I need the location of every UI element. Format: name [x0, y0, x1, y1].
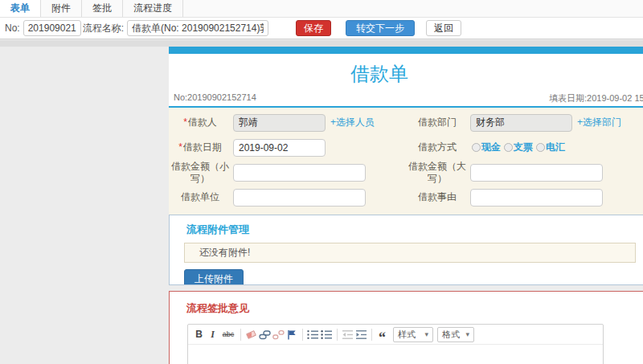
toolbar-separator: [371, 329, 372, 341]
outdent-icon[interactable]: [342, 326, 354, 342]
rich-text-editor: B I abc: [187, 324, 604, 364]
radio-circle-icon[interactable]: [536, 143, 545, 152]
tab-form[interactable]: 表单: [0, 0, 41, 17]
bulleted-list-icon[interactable]: [321, 326, 333, 342]
anchor-flag-icon[interactable]: [286, 326, 298, 342]
form-date-text: 填表日期:2019-09-02 15:27:1: [549, 92, 643, 104]
toolbar-separator: [240, 329, 241, 341]
editor-toolbar: B I abc: [188, 325, 603, 345]
loan-date-input[interactable]: [233, 139, 326, 157]
required-mark: *: [183, 117, 187, 128]
panel-top-bar: [169, 47, 643, 54]
save-button[interactable]: 保存: [296, 20, 331, 36]
flow-toolbar: No: 流程名称: 保存 转交下一步 返回: [0, 18, 643, 39]
toolbar-shadow: [0, 40, 643, 47]
form-fields-area: *借款人 +选择人员 借款部门 +选择部门 *借款日期 借款方式 现金: [169, 106, 643, 217]
bold-icon[interactable]: B: [193, 326, 205, 342]
top-bar: 表单 附件 签批 流程进度 No: 流程名称: 保存 转交下一步 返回: [0, 0, 643, 39]
amount-upper-label: 借款金额（大写）: [408, 161, 467, 185]
form-row-2: *借款日期 借款方式 现金 支票 电汇: [169, 135, 643, 160]
amount-upper-input[interactable]: [470, 164, 603, 182]
upload-attachment-button[interactable]: 上传附件: [184, 269, 244, 285]
tab-attachments[interactable]: 附件: [41, 0, 82, 17]
radio-circle-icon[interactable]: [472, 143, 481, 152]
no-label: No:: [5, 22, 20, 34]
radio-cash[interactable]: 现金: [472, 141, 501, 154]
tab-bar: 表单 附件 签批 流程进度: [0, 0, 643, 18]
approval-header: 流程签批意见: [170, 292, 643, 316]
form-row-1: *借款人 +选择人员 借款部门 +选择部门: [169, 110, 643, 135]
toolbar-separator: [302, 329, 303, 341]
italic-icon[interactable]: I: [207, 326, 219, 342]
radio-cash-label: 现金: [481, 141, 501, 154]
attachments-panel: 流程附件管理 还没有附件! 上传附件: [169, 215, 643, 285]
format-dropdown[interactable]: 格式 ▾: [437, 327, 474, 342]
select-person-link[interactable]: +选择人员: [330, 116, 375, 129]
form-row-3: 借款金额（小写） 借款金额（大写）: [169, 160, 643, 185]
radio-wire-label: 电汇: [546, 141, 565, 154]
forward-next-step-button[interactable]: 转交下一步: [346, 20, 415, 36]
indent-icon[interactable]: [355, 326, 367, 342]
radio-circle-icon[interactable]: [504, 143, 513, 152]
amount-lower-input[interactable]: [233, 164, 366, 182]
unlink-icon[interactable]: [272, 326, 285, 342]
loan-date-label: *借款日期: [170, 141, 230, 153]
department-label: 借款部门: [408, 117, 467, 129]
method-label: 借款方式: [408, 141, 467, 153]
chevron-down-icon: ▾: [424, 330, 428, 338]
form-no-text: No:20190902152714: [174, 92, 256, 102]
flow-name-input[interactable]: [127, 20, 268, 36]
tab-approval[interactable]: 签批: [82, 0, 123, 17]
approval-panel: 流程签批意见 B I abc: [169, 291, 643, 364]
amount-lower-label: 借款金额（小写）: [170, 161, 230, 185]
remove-format-icon[interactable]: [245, 326, 257, 342]
editor-content-area[interactable]: [188, 345, 603, 364]
styles-dropdown-label: 样式: [398, 329, 416, 341]
form-meta-row: No:20190902152714 填表日期:2019-09-02 15:27:…: [169, 91, 643, 106]
strikethrough-icon[interactable]: abc: [220, 326, 236, 342]
radio-wire[interactable]: 电汇: [536, 141, 565, 154]
toolbar-separator: [337, 329, 338, 341]
unit-input[interactable]: [233, 189, 366, 207]
form-row-4: 借款单位 借款事由: [169, 185, 643, 210]
blockquote-icon[interactable]: “: [376, 326, 388, 342]
method-radio-group: 现金 支票 电汇: [472, 141, 568, 154]
no-attachments-alert: 还没有附件!: [184, 243, 636, 263]
radio-cheque-label: 支票: [514, 141, 533, 154]
styles-dropdown[interactable]: 样式 ▾: [393, 327, 433, 342]
chevron-down-icon: ▾: [465, 330, 469, 338]
unit-label: 借款单位: [170, 191, 230, 203]
reason-label: 借款事由: [408, 191, 467, 203]
department-input[interactable]: [470, 114, 572, 132]
borrower-label: *借款人: [170, 117, 230, 129]
numbered-list-icon[interactable]: [307, 326, 319, 342]
tab-progress[interactable]: 流程进度: [123, 0, 183, 17]
reason-input[interactable]: [470, 189, 603, 207]
format-dropdown-label: 格式: [442, 329, 460, 341]
page-title: 借款单: [169, 54, 643, 91]
flow-name-label: 流程名称:: [83, 22, 124, 35]
select-department-link[interactable]: +选择部门: [577, 116, 621, 129]
radio-cheque[interactable]: 支票: [504, 141, 533, 154]
back-button[interactable]: 返回: [426, 20, 461, 36]
attachments-header: 流程附件管理: [170, 215, 643, 237]
loan-form-panel: 借款单 No:20190902152714 填表日期:2019-09-02 15…: [169, 47, 643, 217]
borrower-input[interactable]: [233, 114, 326, 132]
no-input[interactable]: [23, 20, 81, 36]
required-mark: *: [178, 141, 182, 153]
link-icon[interactable]: [259, 326, 271, 342]
